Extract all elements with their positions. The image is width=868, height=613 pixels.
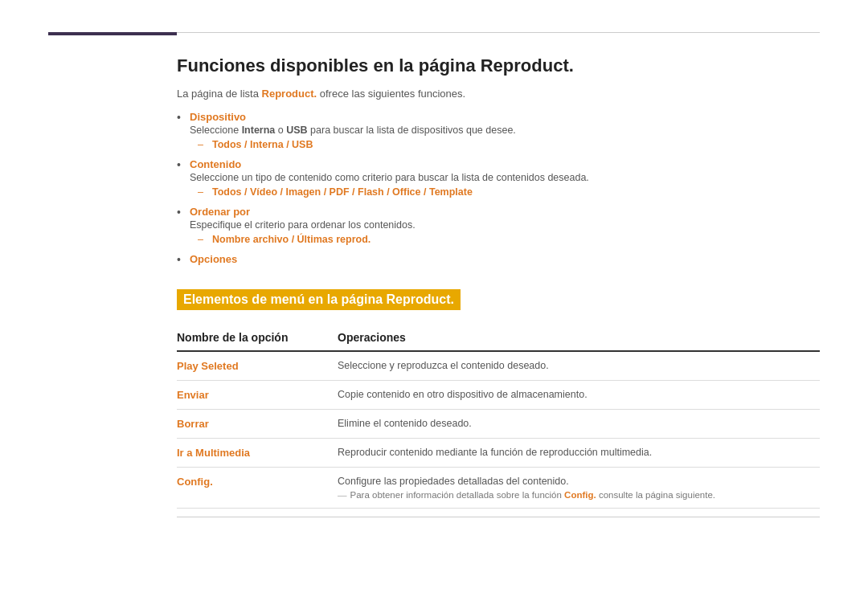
intro-highlight: Reproduct. xyxy=(262,88,317,100)
options-table: Nombre de la opción Operaciones Play Sel… xyxy=(177,326,820,509)
intro-text-after: ofrece las siguientes funciones. xyxy=(317,88,465,100)
option-desc: Configure las propiedades detalladas del… xyxy=(338,468,820,509)
list-item: Todos / Vídeo / Imagen / PDF / Flash / O… xyxy=(198,186,820,198)
top-rule xyxy=(177,32,820,33)
option-desc: Copie contenido en otro dispositivo de a… xyxy=(338,381,820,410)
bullet-desc: Seleccione un tipo de contenido como cri… xyxy=(190,172,820,183)
list-item: Dispositivo Seleccione Interna o USB par… xyxy=(177,111,820,150)
page-title: Funciones disponibles en la página Repro… xyxy=(177,55,820,76)
option-note: Para obtener información detallada sobre… xyxy=(338,490,812,500)
option-name: Play Seleted xyxy=(177,351,338,381)
list-item: Ordenar por Especifique el criterio para… xyxy=(177,206,820,245)
table-row: Enviar Copie contenido en otro dispositi… xyxy=(177,381,820,410)
sub-list: Todos / Vídeo / Imagen / PDF / Flash / O… xyxy=(190,186,820,198)
option-name: Borrar xyxy=(177,410,338,439)
features-list: Dispositivo Seleccione Interna o USB par… xyxy=(177,111,820,265)
bullet-desc: Seleccione Interna o USB para buscar la … xyxy=(190,125,820,136)
table-header-row: Nombre de la opción Operaciones xyxy=(177,326,820,351)
list-item: Nombre archivo / Últimas reprod. xyxy=(198,234,820,245)
col-header-option: Nombre de la opción xyxy=(177,326,338,351)
list-item: Opciones xyxy=(177,253,820,265)
list-item: Contenido Seleccione un tipo de contenid… xyxy=(177,158,820,198)
page-container: Funciones disponibles en la página Repro… xyxy=(0,0,868,550)
option-desc: Seleccione y reproduzca el contenido des… xyxy=(338,351,820,381)
section2-title: Elementos de menú en la página Reproduct… xyxy=(177,289,461,310)
intro-paragraph: La página de lista Reproduct. ofrece las… xyxy=(177,88,820,100)
option-desc: Reproducir contenido mediante la función… xyxy=(338,439,820,468)
table-row: Ir a Multimedia Reproducir contenido med… xyxy=(177,439,820,468)
option-desc: Elimine el contenido deseado. xyxy=(338,410,820,439)
sub-list: Todos / Interna / USB xyxy=(190,139,820,150)
col-header-operations: Operaciones xyxy=(338,326,820,351)
bottom-rule xyxy=(177,517,820,517)
table-row: Borrar Elimine el contenido deseado. xyxy=(177,410,820,439)
note-highlight: Config. xyxy=(564,490,596,500)
sub-list: Nombre archivo / Últimas reprod. xyxy=(190,234,820,245)
bullet-title: Contenido xyxy=(190,158,241,170)
option-name: Enviar xyxy=(177,381,338,410)
table-row: Play Seleted Seleccione y reproduzca el … xyxy=(177,351,820,381)
list-item: Todos / Interna / USB xyxy=(198,139,820,150)
top-accent-bar xyxy=(48,32,177,35)
option-name: Ir a Multimedia xyxy=(177,439,338,468)
bullet-desc: Especifique el criterio para ordenar los… xyxy=(190,219,820,231)
table-row: Config. Configure las propiedades detall… xyxy=(177,468,820,509)
bullet-title: Opciones xyxy=(190,253,237,265)
intro-text-before: La página de lista xyxy=(177,88,262,100)
option-name: Config. xyxy=(177,468,338,509)
bullet-title: Dispositivo xyxy=(190,111,246,123)
bullet-title: Ordenar por xyxy=(190,206,250,218)
